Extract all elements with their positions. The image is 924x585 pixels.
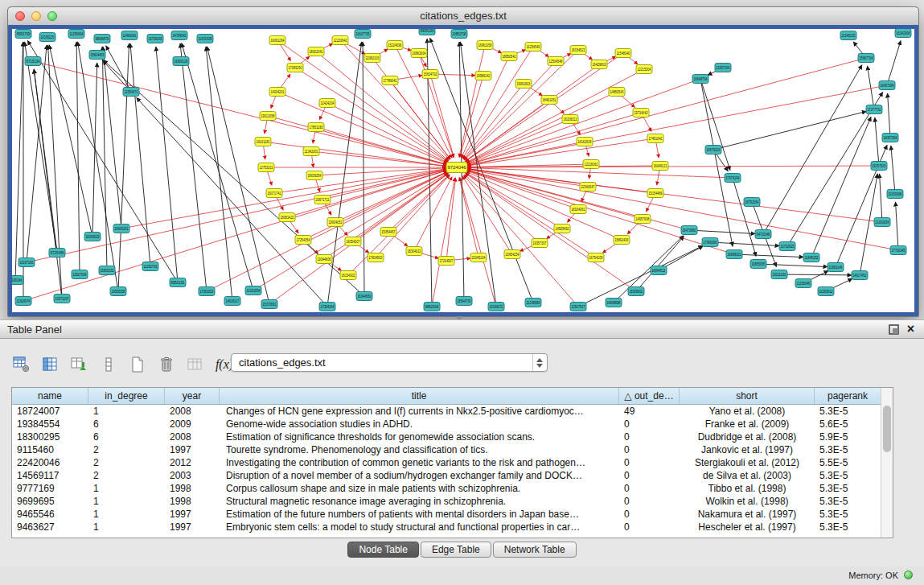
column-button[interactable]	[97, 353, 121, 376]
table-cell: 2009	[165, 418, 220, 431]
graph-node-label: 17730345	[892, 248, 906, 253]
column-icon	[100, 356, 117, 373]
table-cell: Nakamura et al. (1997)	[680, 508, 815, 521]
table-cell: Hescheler et al. (1997)	[680, 521, 815, 534]
network-graph-canvas[interactable]: 9550709101952201125090498068701246608110…	[12, 29, 914, 312]
edit-table-button[interactable]	[68, 353, 92, 376]
graph-node-label: 11250904	[70, 31, 84, 36]
tab-node-table[interactable]: Node Table	[347, 542, 419, 558]
table-cell: 0	[619, 521, 680, 534]
graph-node-label: 16754209	[589, 255, 603, 260]
graph-node-label: 12527917	[572, 304, 585, 309]
table-cell: 22420046	[12, 456, 88, 469]
scrollbar-thumb[interactable]	[883, 406, 891, 452]
table-panel-header[interactable]: Table Panel ×	[0, 319, 924, 339]
graph-node-label: 19934051	[329, 220, 343, 225]
graph-node-label: 16208313	[564, 117, 577, 122]
graph-node-label: 14636117	[226, 299, 240, 303]
table-row[interactable]: 977716911998Corpus callosum shape and si…	[12, 482, 881, 495]
float-panel-icon[interactable]	[889, 324, 899, 335]
table-cell: 5.3E-5	[815, 482, 881, 495]
tab-edge-table[interactable]: Edge Table	[421, 542, 491, 558]
graph-node-label: 18039354	[308, 173, 322, 178]
graph-node-label: 16101181	[257, 139, 270, 144]
table-cell: Structural magnetic resonance image aver…	[220, 495, 619, 508]
table-scrollbar[interactable]	[881, 388, 893, 538]
table-tabs: Node TableEdge TableNetwork Table	[0, 542, 924, 558]
graph-node-label: 21245102	[842, 33, 856, 38]
graph-node-label: 18081422	[281, 215, 294, 220]
graph-node-label: 18295529	[86, 234, 100, 239]
window-titlebar[interactable]: citations_edges.txt	[8, 7, 918, 26]
table-row[interactable]: 1456911722003Disruption of a novel membe…	[12, 469, 881, 482]
graph-node-label: 9725465	[51, 250, 64, 255]
table-cell: 1	[88, 482, 165, 495]
table-row[interactable]: 1872400712008Changes of HCN gene express…	[12, 405, 881, 418]
graph-node-label: 16679203	[707, 147, 721, 152]
column-header-out-de-[interactable]: △ out_de…	[619, 388, 680, 404]
network-view-frame: 9550709101952201125090498068701246608110…	[8, 25, 918, 316]
table-source-dropdown[interactable]: citations_edges.txt	[231, 353, 548, 372]
column-header-short[interactable]: short	[680, 388, 815, 404]
select-columns-button[interactable]	[39, 353, 63, 376]
graph-node-label: 16342908	[897, 31, 910, 35]
graph-node-label: 18002041	[310, 49, 323, 54]
table-cell: 5.3E-5	[815, 443, 881, 456]
graph-node-label: 12424204	[321, 101, 335, 105]
new-table-button[interactable]	[125, 353, 150, 376]
graph-node-label: 10732625	[781, 244, 795, 249]
import-table-button[interactable]	[183, 353, 207, 376]
graph-node-label: 18154521	[572, 47, 585, 52]
table-cell: Tibbo et al. (1998)	[680, 482, 815, 495]
table-row[interactable]: 969969511998Structural magnetic resonanc…	[12, 495, 881, 508]
zoom-window-button[interactable]	[47, 11, 57, 21]
new-table-icon	[129, 356, 146, 373]
graph-node-label: 17254354	[297, 237, 310, 242]
table-cell: 0	[619, 508, 680, 521]
table-row[interactable]: 1938455462009Genome-wide association stu…	[12, 418, 881, 431]
graph-node-label: 17451042	[649, 136, 663, 141]
column-header-title[interactable]: title	[220, 388, 619, 404]
graph-node-label: 18304022	[408, 249, 421, 253]
table-cell: 9463627	[12, 521, 88, 534]
graph-node-label: 21926974	[17, 299, 31, 303]
tab-network-table[interactable]: Network Table	[493, 542, 577, 558]
column-header-pagerank[interactable]: pagerank	[815, 388, 881, 404]
table-row[interactable]: 2242004622012Investigating the contribut…	[12, 456, 881, 469]
minimize-window-button[interactable]	[31, 11, 41, 21]
edit-table-icon	[71, 356, 88, 373]
table-settings-icon	[13, 356, 31, 373]
graph-node-label: 9862916	[425, 304, 439, 309]
window-title: citations_edges.txt	[8, 7, 918, 25]
status-bar: Memory: OK	[0, 565, 924, 585]
graph-node-label: 19357307	[533, 241, 547, 245]
graph-node-label: 18397364	[884, 135, 897, 140]
graph-node-label: 17851183	[310, 125, 323, 130]
table-cell: 2008	[165, 405, 220, 418]
graph-node-label: 17679194	[726, 175, 740, 180]
table-settings-button[interactable]	[10, 353, 34, 376]
table-row[interactable]: 911546021997Tourette syndrome. Phenomeno…	[12, 443, 881, 456]
graph-node-label: 9472046	[757, 232, 770, 237]
delete-table-button[interactable]	[154, 353, 179, 376]
panel-title: Table Panel	[0, 323, 62, 336]
table-row[interactable]: 946362711997Embryonic stem cells: a mode…	[12, 521, 881, 534]
graph-node-label: 15687704	[860, 56, 873, 60]
column-header-name[interactable]: name	[12, 388, 88, 404]
graph-node-label: 11845252	[805, 255, 819, 260]
graph-node-label: 16457364	[881, 83, 894, 88]
graph-node-label: 15892493	[615, 237, 629, 242]
column-header-year[interactable]: year	[165, 388, 220, 404]
table-cell: Wolkin et al. (1998)	[680, 495, 815, 508]
table-cell: 1	[88, 521, 165, 534]
close-window-button[interactable]	[15, 11, 25, 21]
close-panel-icon[interactable]: ×	[907, 323, 914, 336]
graph-node-label: 12161654	[247, 288, 261, 293]
graph-node-label: 12504546	[549, 59, 563, 64]
graph-node-label: 19655065	[752, 262, 766, 266]
table-row[interactable]: 946554611997Estimation of the future num…	[12, 508, 881, 521]
table-row[interactable]: 1830029562008Estimation of significance …	[12, 431, 881, 443]
graph-node-label: 9724046	[448, 165, 466, 170]
graph-node-label: 12054071	[125, 89, 138, 94]
column-header-in-degree[interactable]: in_degree	[88, 388, 165, 404]
